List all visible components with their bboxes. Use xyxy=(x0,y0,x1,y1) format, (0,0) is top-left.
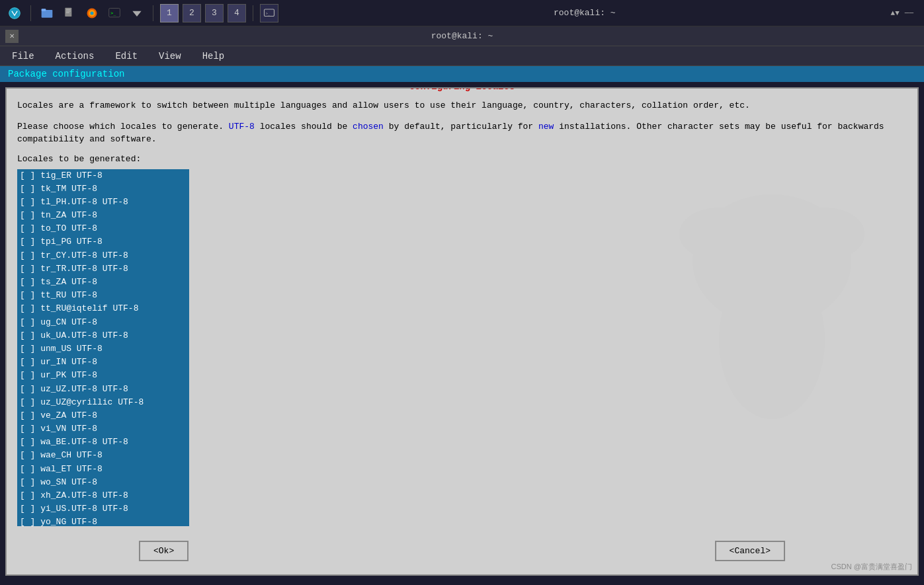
locale-item[interactable]: [ ] wo_SN UTF-8 xyxy=(17,476,189,489)
locale-item[interactable]: [ ] uk_UA.UTF-8 UTF-8 xyxy=(17,329,189,342)
locale-item[interactable]: [ ] xh_ZA.UTF-8 UTF-8 xyxy=(17,489,189,502)
locale-item[interactable]: [ ] ts_ZA UTF-8 xyxy=(17,276,189,289)
dialog-container: Configuring locales Locales are a framew… xyxy=(5,87,919,576)
dialog-title: Configuring locales xyxy=(404,87,521,92)
locale-item[interactable]: [ ] to_TO UTF-8 xyxy=(17,222,189,235)
locale-item[interactable]: [ ] tig_ER UTF-8 xyxy=(17,169,189,182)
svg-text:>_: >_ xyxy=(266,11,271,15)
svg-rect-6 xyxy=(66,12,69,13)
close-button[interactable]: ✕ xyxy=(5,30,19,43)
menu-edit[interactable]: Edit xyxy=(111,48,142,64)
menu-file[interactable]: File xyxy=(8,48,38,64)
terminal-window-button[interactable]: >_ xyxy=(260,4,278,22)
locale-item[interactable]: [ ] vi_VN UTF-8 xyxy=(17,422,189,436)
package-config-header: Package configuration xyxy=(0,66,924,82)
workspace-2-button[interactable]: 2 xyxy=(183,4,201,22)
window-title: root@kali: ~ xyxy=(282,8,887,18)
title-bar-left: ✕ xyxy=(5,30,19,43)
svg-rect-4 xyxy=(66,9,71,10)
workspace-3-button[interactable]: 3 xyxy=(205,4,224,22)
locale-item[interactable]: [ ] tpi_PG UTF-8 xyxy=(17,235,189,249)
terminal-title-bar: ✕ root@kali: ~ xyxy=(0,26,924,46)
locale-item[interactable]: [ ] wal_ET UTF-8 xyxy=(17,463,189,476)
files-icon[interactable] xyxy=(60,4,79,22)
locale-item[interactable]: [ ] wa_BE.UTF-8 UTF-8 xyxy=(17,436,189,449)
svg-marker-12 xyxy=(132,11,141,16)
kali-watermark xyxy=(640,155,904,419)
locale-item[interactable]: [ ] tt_RU@iqtelif UTF-8 xyxy=(17,302,189,315)
locale-item[interactable]: [ ] yi_US.UTF-8 UTF-8 xyxy=(17,502,189,516)
dialog-description-1: Locales are a framework to switch betwee… xyxy=(17,99,907,112)
locale-item[interactable]: [ ] ug_CN UTF-8 xyxy=(17,316,189,329)
locale-item[interactable]: [ ] uz_UZ.UTF-8 UTF-8 xyxy=(17,383,189,396)
menu-actions[interactable]: Actions xyxy=(52,48,99,64)
locale-item[interactable]: [ ] tr_CY.UTF-8 UTF-8 xyxy=(17,249,189,262)
svg-rect-2 xyxy=(42,9,46,11)
svg-rect-1 xyxy=(42,10,53,18)
cancel-button[interactable]: <Cancel> xyxy=(715,541,785,561)
locale-item[interactable]: [ ] tl_PH.UTF-8 UTF-8 xyxy=(17,196,189,209)
dialog-description-2: Please choose which locales to generate.… xyxy=(17,120,907,146)
locale-list[interactable]: [ ] tig_ER UTF-8[ ] tk_TM UTF-8[ ] tl_PH… xyxy=(17,169,189,526)
locale-item[interactable]: [ ] uz_UZ@cyrillic UTF-8 xyxy=(17,396,189,409)
separator-3 xyxy=(253,5,253,21)
svg-point-16 xyxy=(719,260,825,419)
locale-item[interactable]: [ ] tn_ZA UTF-8 xyxy=(17,209,189,222)
clock: ── xyxy=(905,9,913,17)
separator-2 xyxy=(153,5,153,21)
locale-item[interactable]: [ ] ve_ZA UTF-8 xyxy=(17,409,189,422)
taskbar: >_ 1 2 3 4 >_ root@kali: ~ ▲▼ ── xyxy=(0,0,924,26)
filemanager-icon[interactable] xyxy=(38,4,56,22)
network-icon: ▲▼ xyxy=(891,9,900,17)
svg-text:>_: >_ xyxy=(110,10,116,15)
svg-point-0 xyxy=(9,7,21,19)
locale-item[interactable]: [ ] unm_US UTF-8 xyxy=(17,342,189,356)
locale-item[interactable]: [ ] wae_CH UTF-8 xyxy=(17,449,189,462)
terminal-title-text: root@kali: ~ xyxy=(431,31,493,41)
terminal-icon[interactable]: >_ xyxy=(105,4,124,22)
taskbar-dropdown-icon[interactable] xyxy=(128,4,146,22)
locale-item[interactable]: [ ] yo_NG UTF-8 xyxy=(17,516,189,526)
dialog-buttons: <Ok> <Cancel> xyxy=(7,541,917,561)
separator-1 xyxy=(30,5,31,21)
svg-point-9 xyxy=(91,11,94,15)
attribution-text: CSDN @富贵满堂喜盈门 xyxy=(831,562,912,572)
locale-item[interactable]: [ ] tk_TM UTF-8 xyxy=(17,182,189,196)
locale-item[interactable]: [ ] tt_RU UTF-8 xyxy=(17,289,189,302)
workspace-4-button[interactable]: 4 xyxy=(228,4,246,22)
menu-bar: File Actions Edit View Help xyxy=(0,46,924,66)
locale-item[interactable]: [ ] ur_PK UTF-8 xyxy=(17,369,189,382)
workspace-1-button[interactable]: 1 xyxy=(160,4,179,22)
svg-point-17 xyxy=(679,208,759,260)
firefox-icon[interactable] xyxy=(83,4,101,22)
locale-item[interactable]: [ ] tr_TR.UTF-8 UTF-8 xyxy=(17,262,189,276)
kali-logo-icon[interactable] xyxy=(5,4,24,22)
locale-item[interactable]: [ ] ur_IN UTF-8 xyxy=(17,356,189,369)
svg-rect-5 xyxy=(66,10,71,11)
ok-button[interactable]: <Ok> xyxy=(139,541,189,561)
svg-point-18 xyxy=(785,208,864,260)
menu-view[interactable]: View xyxy=(155,48,185,64)
menu-help[interactable]: Help xyxy=(198,48,229,64)
